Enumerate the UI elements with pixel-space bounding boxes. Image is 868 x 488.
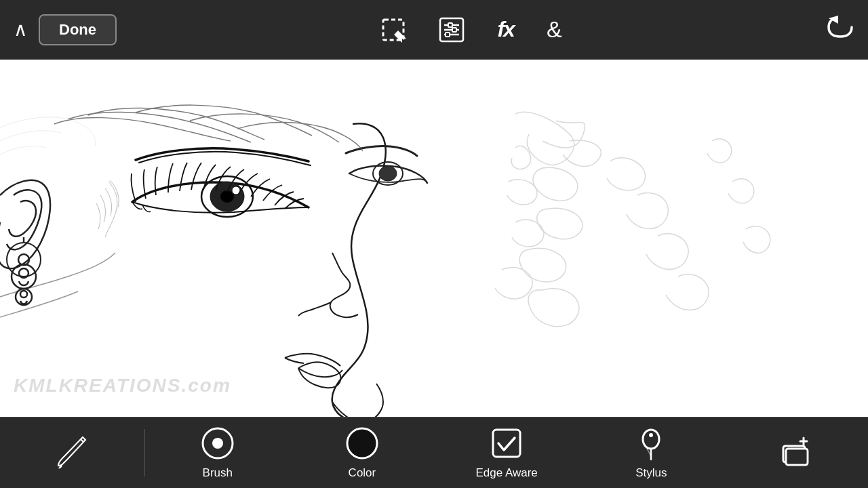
- svg-rect-32: [786, 449, 808, 465]
- color-tool[interactable]: Color: [290, 419, 434, 487]
- undo-icon[interactable]: [826, 14, 854, 45]
- edge-aware-icon: [489, 426, 524, 461]
- edge-aware-label: Edge Aware: [475, 466, 537, 480]
- stylus-label: Stylus: [635, 466, 667, 480]
- bottom-bar: Brush Color Edge Aware: [0, 417, 868, 488]
- svg-point-16: [379, 166, 397, 181]
- brush-circle-icon: [200, 426, 235, 461]
- svg-rect-28: [493, 430, 520, 457]
- svg-point-29: [643, 430, 659, 449]
- blend-icon[interactable]: &: [547, 16, 562, 43]
- done-button[interactable]: Done: [39, 14, 117, 45]
- chevron-up-icon[interactable]: ∧: [14, 18, 28, 41]
- brush-label: Brush: [203, 466, 233, 480]
- sketch-canvas: [0, 60, 868, 417]
- color-label: Color: [349, 466, 376, 480]
- layers-button[interactable]: [724, 428, 868, 477]
- stylus-tool[interactable]: Stylus: [579, 419, 724, 487]
- svg-rect-7: [452, 28, 456, 32]
- top-bar-right: [826, 14, 854, 45]
- canvas-area[interactable]: KMLKREATIONS.com: [0, 60, 868, 417]
- top-bar-left: ∧ Done: [14, 14, 117, 45]
- top-bar-center: fx &: [380, 16, 561, 43]
- adjust-tool-icon[interactable]: [439, 17, 465, 43]
- svg-line-23: [81, 439, 83, 442]
- layers-icon: [778, 435, 813, 470]
- svg-point-30: [649, 433, 653, 437]
- svg-rect-6: [448, 23, 452, 27]
- svg-rect-10: [0, 60, 868, 417]
- edge-aware-tool[interactable]: Edge Aware: [435, 419, 579, 487]
- top-bar: ∧ Done fx &: [0, 0, 868, 60]
- color-circle-icon: [344, 426, 380, 461]
- brush-tool[interactable]: Brush: [145, 419, 290, 487]
- svg-rect-8: [446, 33, 450, 37]
- fx-icon[interactable]: fx: [497, 17, 513, 42]
- stylus-icon: [633, 426, 669, 461]
- svg-point-27: [349, 430, 376, 457]
- selection-tool-icon[interactable]: [380, 17, 406, 43]
- svg-point-25: [212, 438, 223, 449]
- paintbrush-tool[interactable]: [0, 428, 144, 477]
- svg-point-13: [220, 190, 234, 203]
- paintbrush-icon: [55, 435, 90, 470]
